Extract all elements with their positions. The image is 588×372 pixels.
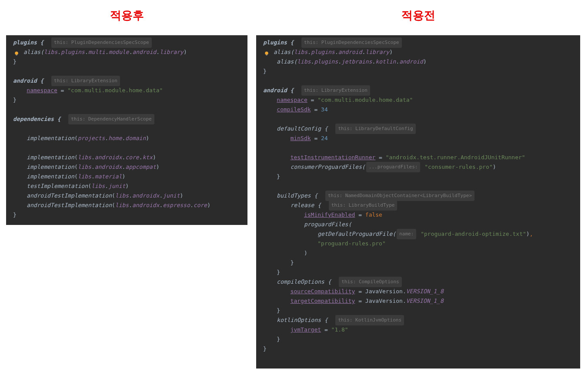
code-line[interactable]: alias(libs.plugins.multi.module.android.… (6, 47, 247, 57)
code-line[interactable]: isMinifyEnabled = false (256, 210, 580, 220)
code-line[interactable] (256, 143, 580, 153)
code-line[interactable]: consumerProguardFiles(...proguardFiles: … (256, 162, 580, 172)
code-line[interactable]: } (6, 210, 247, 220)
code-line[interactable]: targetCompatibility = JavaVersion.VERSIO… (256, 296, 580, 306)
code-line[interactable]: jvmTarget = "1.8" (256, 325, 580, 335)
code-line[interactable]: } (6, 95, 247, 105)
svg-point-2 (265, 52, 268, 55)
code-line[interactable]: } (256, 172, 580, 181)
code-line[interactable]: plugins { this: PluginDependenciesSpecSc… (256, 38, 580, 47)
code-line[interactable]: plugins { this: PluginDependenciesSpecSc… (6, 38, 247, 47)
code-line[interactable] (6, 67, 247, 76)
editor-after[interactable]: plugins { this: PluginDependenciesSpecSc… (6, 35, 247, 225)
code-line[interactable] (256, 76, 580, 86)
code-line[interactable] (6, 124, 247, 134)
code-line[interactable]: android { this: LibraryExtension (6, 76, 247, 86)
code-line[interactable] (256, 181, 580, 191)
panel-before: 적용전 plugins { this: PluginDependenciesSp… (256, 0, 580, 369)
code-line[interactable]: } (6, 57, 247, 67)
code-line[interactable]: androidTestImplementation(libs.androidx.… (6, 191, 247, 201)
code-line[interactable]: dependencies { this: DependencyHandlerSc… (6, 114, 247, 124)
code-line[interactable]: buildTypes { this: NamedDomainObjectCont… (256, 191, 580, 201)
code-line[interactable]: defaultConfig { this: LibraryDefaultConf… (256, 124, 580, 134)
scope-hint: this: DependencyHandlerScope (68, 114, 154, 124)
title-before: 적용전 (256, 0, 580, 35)
svg-rect-3 (266, 54, 267, 55)
svg-point-0 (15, 52, 18, 55)
dependencies-block: dependencies { (13, 114, 61, 124)
code-line[interactable]: namespace = "com.multi.module.home.data" (256, 95, 580, 105)
plugins-block: plugins { (13, 38, 43, 47)
bulb-icon[interactable] (13, 50, 20, 55)
scope-hint: this: LibraryExtension (51, 76, 120, 86)
android-block: android { (13, 76, 43, 86)
code-line[interactable]: } (256, 258, 580, 268)
code-line[interactable]: proguardFiles( (256, 220, 580, 229)
bulb-icon[interactable] (263, 50, 270, 55)
code-line[interactable]: "proguard-rules.pro" (256, 239, 580, 248)
code-line[interactable]: implementation(libs.androidx.appcompat) (6, 162, 247, 172)
code-line[interactable] (256, 114, 580, 124)
code-line[interactable]: kotlinOptions { this: KotlinJvmOptions (256, 315, 580, 325)
code-line[interactable]: android { this: LibraryExtension (256, 86, 580, 95)
code-line[interactable]: androidTestImplementation(libs.androidx.… (6, 201, 247, 210)
code-line[interactable]: namespace = "com.multi.module.home.data" (6, 86, 247, 95)
code-line[interactable] (6, 143, 247, 153)
code-line[interactable]: } (256, 306, 580, 315)
code-line[interactable]: getDefaultProguardFile(name: "proguard-a… (256, 229, 580, 239)
code-line[interactable]: minSdk = 24 (256, 134, 580, 143)
code-line[interactable]: compileSdk = 34 (256, 105, 580, 114)
code-line[interactable]: implementation(projects.home.domain) (6, 134, 247, 143)
svg-rect-1 (16, 54, 17, 55)
code-line[interactable]: } (256, 268, 580, 277)
code-line[interactable] (256, 354, 580, 363)
comparison-container: 적용후 plugins { this: PluginDependenciesSp… (0, 0, 588, 369)
title-after: 적용후 (6, 0, 247, 35)
code-line[interactable]: } (256, 67, 580, 76)
panel-after: 적용후 plugins { this: PluginDependenciesSp… (6, 0, 247, 369)
code-line[interactable]: compileOptions { this: CompileOptions (256, 277, 580, 287)
code-line[interactable]: testImplementation(libs.junit) (6, 181, 247, 191)
code-line[interactable]: release { this: LibraryBuildType (256, 201, 580, 210)
code-line[interactable]: } (256, 344, 580, 354)
code-line[interactable]: testInstrumentationRunner = "androidx.te… (256, 153, 580, 162)
editor-before[interactable]: plugins { this: PluginDependenciesSpecSc… (256, 35, 580, 369)
code-line[interactable]: sourceCompatibility = JavaVersion.VERSIO… (256, 287, 580, 296)
code-line[interactable]: ) (256, 248, 580, 258)
code-line[interactable] (6, 105, 247, 114)
code-line[interactable]: implementation(libs.material) (6, 172, 247, 181)
code-line[interactable]: alias(libs.plugins.android.library) (256, 47, 580, 57)
code-line[interactable]: alias(libs.plugins.jetbrains.kotlin.andr… (256, 57, 580, 67)
code-line[interactable]: implementation(libs.androidx.core.ktx) (6, 153, 247, 162)
scope-hint: this: PluginDependenciesSpecScope (51, 37, 152, 48)
code-line[interactable]: } (256, 335, 580, 344)
